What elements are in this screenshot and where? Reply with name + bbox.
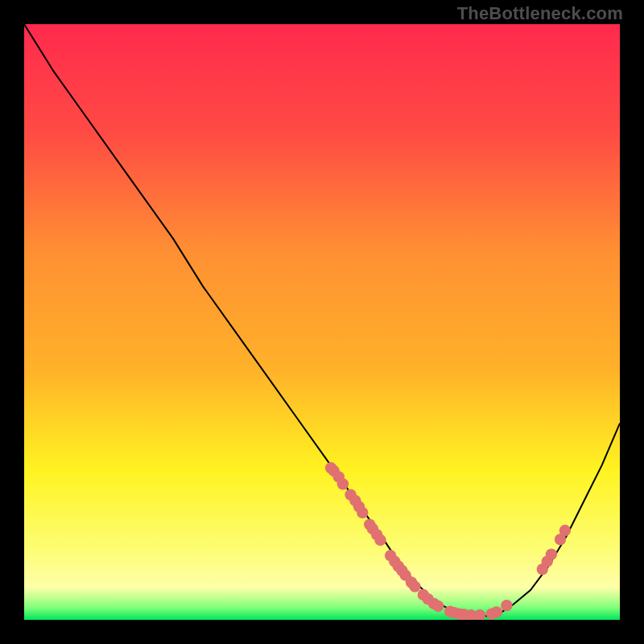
data-marker	[559, 525, 571, 536]
data-marker	[546, 548, 557, 559]
data-marker	[337, 478, 349, 489]
data-marker	[409, 580, 420, 592]
data-marker	[501, 600, 512, 611]
data-marker	[357, 507, 368, 518]
data-marker	[374, 535, 386, 546]
watermark-text: TheBottleneck.com	[457, 3, 623, 24]
bottleneck-chart	[24, 24, 620, 620]
data-marker	[432, 601, 444, 612]
gradient-background	[24, 24, 620, 620]
data-marker	[491, 606, 502, 617]
